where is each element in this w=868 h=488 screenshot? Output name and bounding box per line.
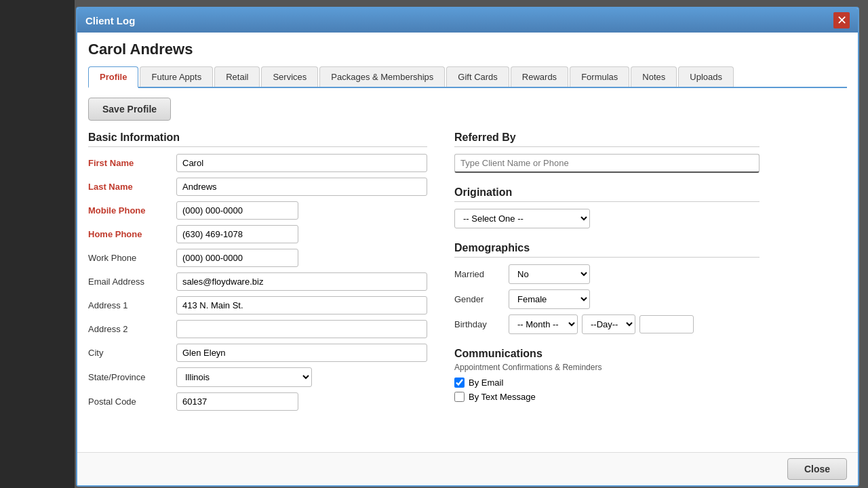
tabs-container: Profile Future Appts Retail Services Pac…: [88, 66, 847, 88]
tab-gift-cards[interactable]: Gift Cards: [446, 66, 509, 87]
birthday-row: Birthday -- Month -- January February Ma…: [454, 314, 760, 334]
gender-select[interactable]: Female Male Other: [509, 289, 590, 309]
mobile-phone-input[interactable]: [176, 201, 298, 220]
work-phone-input[interactable]: [176, 249, 298, 267]
address1-row: Address 1: [88, 296, 427, 314]
mobile-phone-label: Mobile Phone: [88, 205, 176, 216]
first-name-row: First Name: [88, 154, 427, 172]
tab-retail[interactable]: Retail: [214, 66, 260, 87]
by-email-label: By Email: [469, 378, 503, 388]
state-select[interactable]: Illinois Alabama Alaska Arizona Californ…: [176, 367, 312, 387]
referred-by-section: Referred By: [454, 131, 760, 173]
email-input[interactable]: [176, 272, 427, 291]
city-label: City: [88, 348, 176, 358]
close-button[interactable]: Close: [787, 458, 847, 480]
by-text-label: By Text Message: [469, 392, 536, 402]
address2-label: Address 2: [88, 324, 176, 334]
by-email-row: By Email: [454, 378, 760, 388]
postal-code-row: Postal Code: [88, 392, 427, 411]
married-row: Married No Yes: [454, 264, 760, 284]
postal-code-input[interactable]: [176, 392, 298, 411]
communications-section: Communications Appointment Confirmations…: [454, 348, 760, 402]
communications-subtitle: Appointment Confirmations & Reminders: [454, 363, 760, 372]
state-row: State/Province Illinois Alabama Alaska A…: [88, 367, 427, 387]
modal-title: Client Log: [85, 15, 135, 26]
tab-rewards[interactable]: Rewards: [511, 66, 568, 87]
by-text-checkbox[interactable]: [454, 392, 465, 402]
background-panel: [0, 0, 75, 488]
save-profile-button[interactable]: Save Profile: [88, 98, 171, 121]
first-name-label: First Name: [88, 158, 176, 168]
work-phone-row: Work Phone: [88, 249, 427, 267]
work-phone-label: Work Phone: [88, 253, 176, 263]
demographics-section: Demographics Married No Yes Gender Femal…: [454, 242, 760, 334]
referred-by-title: Referred By: [454, 131, 760, 147]
tab-uploads[interactable]: Uploads: [678, 66, 734, 87]
birthday-label: Birthday: [454, 319, 509, 329]
mobile-phone-row: Mobile Phone: [88, 201, 427, 220]
birthday-day-select[interactable]: --Day-- 12345 678910 1112131415 16171819…: [582, 314, 635, 334]
modal-header: Client Log ✕: [77, 8, 858, 33]
last-name-row: Last Name: [88, 178, 427, 196]
tab-packages-memberships[interactable]: Packages & Memberships: [319, 66, 445, 87]
birthday-year-input[interactable]: [639, 315, 694, 333]
referred-by-input[interactable]: [454, 154, 760, 173]
by-text-row: By Text Message: [454, 392, 760, 402]
gender-label: Gender: [454, 294, 509, 304]
birthday-month-select[interactable]: -- Month -- January February March April…: [509, 314, 578, 334]
email-label: Email Address: [88, 277, 176, 287]
home-phone-row: Home Phone: [88, 225, 427, 243]
tab-notes[interactable]: Notes: [631, 66, 677, 87]
demographics-title: Demographics: [454, 242, 760, 258]
city-input[interactable]: [176, 344, 427, 362]
modal-body: Carol Andrews Profile Future Appts Retai…: [77, 33, 858, 452]
last-name-input[interactable]: [176, 178, 427, 196]
address1-input[interactable]: [176, 296, 427, 314]
tab-formulas[interactable]: Formulas: [570, 66, 629, 87]
home-phone-label: Home Phone: [88, 229, 176, 239]
tab-profile[interactable]: Profile: [88, 66, 138, 88]
tab-future-appts[interactable]: Future Appts: [140, 66, 213, 87]
city-row: City: [88, 344, 427, 362]
tab-services[interactable]: Services: [261, 66, 318, 87]
birthday-inputs: -- Month -- January February March April…: [509, 314, 694, 334]
modal-footer: Close: [77, 452, 858, 485]
origination-title: Origination: [454, 186, 760, 202]
gender-row: Gender Female Male Other: [454, 289, 760, 309]
home-phone-input[interactable]: [176, 225, 298, 243]
married-select[interactable]: No Yes: [509, 264, 590, 284]
client-log-modal: Client Log ✕ Carol Andrews Profile Futur…: [76, 7, 859, 487]
first-name-input[interactable]: [176, 154, 427, 172]
modal-close-x-button[interactable]: ✕: [833, 12, 850, 28]
basic-info-title: Basic Information: [88, 131, 427, 147]
state-label: State/Province: [88, 372, 176, 382]
origination-section: Origination -- Select One -- Walk In Int…: [454, 186, 760, 228]
origination-select[interactable]: -- Select One -- Walk In Internet Referr…: [454, 209, 590, 228]
client-name: Carol Andrews: [88, 41, 847, 58]
right-column: Referred By Origination -- Select One --…: [454, 131, 760, 416]
postal-code-label: Postal Code: [88, 396, 176, 407]
address2-row: Address 2: [88, 320, 427, 338]
communications-title: Communications: [454, 348, 760, 360]
form-section: Basic Information First Name Last Name M…: [88, 131, 847, 416]
basic-info-section: Basic Information First Name Last Name M…: [88, 131, 427, 416]
married-label: Married: [454, 269, 509, 279]
address2-input[interactable]: [176, 320, 427, 338]
last-name-label: Last Name: [88, 182, 176, 192]
email-row: Email Address: [88, 272, 427, 291]
by-email-checkbox[interactable]: [454, 378, 465, 388]
address1-label: Address 1: [88, 300, 176, 310]
